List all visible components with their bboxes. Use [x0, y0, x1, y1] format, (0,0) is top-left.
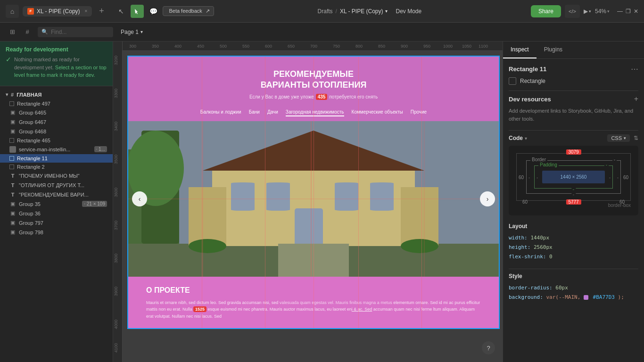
svg-rect-10 — [266, 182, 290, 211]
ruler-horizontal: 300 350 400 450 500 550 600 650 700 750 … — [113, 41, 503, 51]
margin-bottom-right: 60 — [619, 199, 625, 205]
tab-active[interactable]: F XL - PIPE (Copy) × — [23, 6, 92, 16]
nav-balkony[interactable]: Балконы и лоджии — [200, 109, 241, 116]
component-title-row: Rectangle 11 ⋯ — [509, 65, 638, 74]
search-placeholder: Find... — [51, 29, 66, 35]
css-width-val: 1440px — [530, 235, 549, 241]
margin-top-label: 3079 — [566, 149, 581, 155]
grid-icon[interactable]: # — [21, 25, 34, 39]
tab-plugins[interactable]: Plugins — [537, 41, 570, 58]
code-title: Code — [509, 135, 523, 141]
project-text-badge: 1525 — [193, 306, 206, 312]
canvas-area[interactable]: 300 350 400 450 500 550 600 650 700 750 … — [113, 41, 503, 362]
breadcrumb-file[interactable]: XL - PIPE (Copy) ▾ — [340, 8, 388, 15]
layout-icon[interactable]: ⊞ — [6, 25, 19, 39]
layer-tree: ▾ # ГЛАВНАЯ Rectangle 497 ▣ Group 6465 ▣… — [0, 86, 113, 362]
nav-dachi[interactable]: Дачи — [267, 109, 278, 116]
nav-kommercheskie[interactable]: Коммерческие объекты — [352, 109, 403, 116]
layer-section-header[interactable]: ▾ # ГЛАВНАЯ — [0, 90, 113, 99]
add-tab-button[interactable]: + — [96, 6, 107, 17]
padding-box-element: Padding - - - 1440 × 2560 - — [534, 165, 613, 189]
style-section: Style border-radius: 60px background: va… — [509, 273, 638, 302]
comment-button[interactable]: 💬 — [147, 5, 160, 18]
layer-label: "ОТЛИЧИЯ ОТ ДРУГИХ Т... — [19, 182, 84, 188]
minimize-button[interactable]: — — [617, 8, 623, 15]
border-left-val: - — [528, 174, 530, 180]
layer-item-pochemu[interactable]: T "ПОЧЕМУ ИМЕННО МЫ" — [0, 171, 113, 181]
tab-inspect[interactable]: Inspect — [503, 41, 537, 58]
design-canvas: РЕКОМЕНДУЕМЫЕ ВАРИАНТЫ ОТОПЛЕНИЯ Если у … — [127, 56, 500, 329]
code-expand-button[interactable]: Code ▾ — [509, 135, 527, 141]
css-height-val: 2560px — [534, 244, 553, 250]
more-options-button[interactable]: ⋯ — [631, 65, 638, 74]
nav-bani[interactable]: Бани — [249, 109, 260, 116]
layer-item-grp36[interactable]: ▣ Group 36 — [0, 209, 113, 218]
layer-item-rekomen[interactable]: T "РЕКОМЕНДУЕМЫЕ ВАРИ... — [0, 190, 113, 199]
dev-resources-title: Dev resources — [509, 96, 551, 103]
layer-item-grp6465[interactable]: ▣ Group 6465 — [0, 108, 113, 117]
play-icon: ▶ — [584, 8, 588, 15]
beta-feedback-button[interactable]: Beta feedback ↗ — [163, 6, 214, 16]
dev-mode-button[interactable]: Dev Mode — [390, 6, 428, 16]
code-lang-label: CSS — [611, 135, 622, 141]
css-height-line: height: 2560px — [509, 243, 638, 252]
home-button[interactable]: ⌂ — [6, 5, 19, 18]
layer-item-grp6467[interactable]: ▣ Group 6467 — [0, 117, 113, 127]
css-width-prop: width: — [509, 235, 528, 241]
carousel-next-button[interactable]: › — [480, 191, 495, 206]
carousel-prev-button[interactable]: ‹ — [132, 191, 147, 206]
ready-dev-select-link[interactable]: Select a section or top level frame to m… — [14, 65, 107, 78]
layer-item-rect11[interactable]: Rectangle 11 — [0, 154, 113, 163]
layer-label: Group 798 — [19, 230, 43, 235]
nav-zagorodnaya[interactable]: Загородная недвижимость — [286, 109, 344, 116]
share-button[interactable]: Share — [531, 5, 561, 17]
breadcrumb-drafts[interactable]: Drafts — [318, 8, 333, 15]
code-adjust-button[interactable]: ⇅ — [634, 135, 638, 141]
tab-close-button[interactable]: × — [85, 8, 88, 14]
search-box[interactable]: 🔍 Find... — [38, 27, 113, 37]
header-badge: 435 — [316, 94, 328, 100]
section-label: ГЛАВНАЯ — [17, 92, 41, 98]
code-arrow-icon: ▾ — [525, 136, 527, 141]
layer-item-otlichiya[interactable]: T "ОТЛИЧИЯ ОТ ДРУГИХ Т... — [0, 181, 113, 190]
layer-item-rect2[interactable]: Rectangle 2 — [0, 163, 113, 171]
zoom-dropdown-icon: ▾ — [607, 9, 610, 14]
padding-right-val: - — [609, 174, 611, 180]
css-bg-line: background: var(--MAIN, #BA77D3 ); — [509, 293, 638, 302]
zoom-level-label: 54% — [595, 8, 606, 15]
topbar: ⌂ F XL - PIPE (Copy) × + ↖ 💬 Beta feedba… — [0, 0, 644, 23]
nav-prochie[interactable]: Прочие — [411, 109, 427, 116]
zoom-control[interactable]: 54% ▾ — [595, 8, 610, 15]
frame-icon-selected — [9, 156, 14, 161]
page-selector[interactable]: Page 1 ▾ — [121, 29, 143, 35]
select-tool-button[interactable] — [131, 5, 144, 18]
layer-item-svcman[interactable]: service-man-instellin... · 1... — [0, 145, 113, 154]
layer-item-grp798[interactable]: ▣ Group 798 — [0, 228, 113, 237]
move-tool-button[interactable]: ↖ — [115, 5, 128, 18]
project-text-link: i & ac. Sed — [352, 307, 372, 312]
code-view-button[interactable]: </> — [565, 5, 580, 18]
ruler-marks: 300 350 400 450 500 550 600 650 700 750 … — [123, 41, 503, 49]
code-lang-selector[interactable]: CSS ▾ — [607, 134, 630, 142]
layer-label: Group 6465 — [19, 110, 46, 115]
maximize-button[interactable]: ❐ — [626, 8, 631, 15]
code-section-header: Code ▾ CSS ▾ ⇅ — [509, 134, 638, 142]
close-button[interactable]: ✕ — [634, 8, 638, 15]
main-layout: Ready for development ✓ Nothing marked a… — [0, 41, 644, 362]
layer-item-grp35[interactable]: ▣ Group 35 · 21 × 109 — [0, 199, 113, 209]
topbar-left: ⌂ F XL - PIPE (Copy) × + — [6, 5, 107, 18]
layer-item-grp6468[interactable]: ▣ Group 6468 — [0, 127, 113, 136]
layer-item-rect497[interactable]: Rectangle 497 — [0, 99, 113, 108]
add-dev-resource-button[interactable]: + — [634, 95, 638, 103]
play-button[interactable]: ▶ ▾ — [584, 8, 591, 15]
layer-item-rect465[interactable]: Rectangle 465 — [0, 136, 113, 145]
group-icon: ▣ — [9, 210, 16, 217]
help-button[interactable]: ? — [482, 341, 495, 354]
group-icon: ▣ — [9, 220, 16, 226]
svg-point-15 — [189, 239, 226, 253]
css-radius-line: border-radius: 60px — [509, 283, 638, 293]
content-box: 1440 × 2560 — [542, 171, 605, 183]
layer-label: Rectangle 497 — [17, 101, 50, 107]
layer-label: Group 797 — [19, 220, 43, 226]
layer-item-grp797[interactable]: ▣ Group 797 — [0, 218, 113, 228]
